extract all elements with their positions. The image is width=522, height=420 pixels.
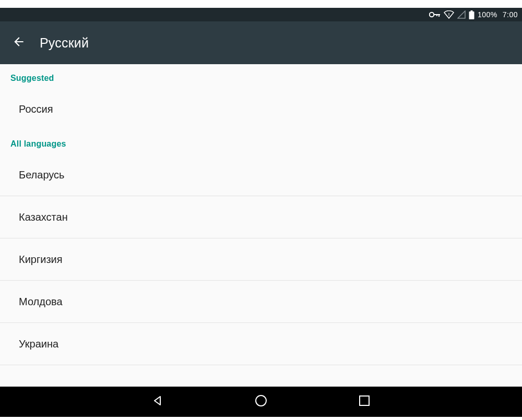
list-item-label: Молдова — [19, 296, 63, 308]
svg-rect-3 — [436, 14, 437, 16]
nav-back-button[interactable] — [145, 389, 170, 414]
list-item-suggested-0[interactable]: Россия — [0, 88, 522, 130]
bottom-margin — [0, 417, 522, 420]
battery-icon — [469, 10, 474, 19]
status-bar: ! 100% 7:00 — [0, 8, 522, 21]
list-item-all-2[interactable]: Киргизия — [0, 238, 522, 280]
nav-recent-button[interactable] — [352, 389, 377, 414]
list-item-label: Беларусь — [19, 169, 64, 181]
list-item-all-4[interactable]: Украина — [0, 323, 522, 365]
back-button[interactable] — [4, 28, 33, 57]
square-recent-icon — [359, 395, 370, 409]
section-all: All languages — [0, 130, 522, 154]
nav-home-button[interactable] — [248, 389, 274, 414]
list-item-all-1[interactable]: Казахстан — [0, 196, 522, 238]
list-item-label: Киргизия — [19, 254, 63, 266]
top-margin — [0, 0, 522, 8]
cellular-signal-icon — [457, 10, 466, 19]
svg-rect-7 — [469, 11, 474, 19]
vpn-key-icon — [429, 11, 441, 18]
app-bar: Русский — [0, 21, 522, 64]
svg-point-0 — [430, 13, 434, 17]
navigation-bar — [0, 387, 522, 417]
list-item-all-0[interactable]: Беларусь — [0, 154, 522, 196]
wifi-icon: ! — [444, 10, 454, 19]
svg-rect-6 — [470, 10, 472, 11]
arrow-back-icon — [12, 35, 26, 51]
triangle-back-icon — [151, 394, 164, 409]
section-suggested: Suggested — [0, 64, 522, 88]
list-item-all-3[interactable]: Молдова — [0, 281, 522, 322]
divider — [0, 365, 522, 365]
svg-text:!: ! — [448, 12, 450, 17]
page-title: Русский — [40, 35, 89, 51]
status-time: 7:00 — [503, 10, 518, 19]
svg-rect-2 — [438, 14, 440, 17]
svg-point-8 — [256, 395, 266, 406]
circle-home-icon — [254, 394, 268, 410]
list-item-label: Россия — [19, 103, 53, 115]
content-scroll[interactable]: Suggested Россия All languages Беларусь … — [0, 64, 522, 387]
list-item-label: Украина — [19, 338, 58, 350]
svg-rect-9 — [360, 396, 369, 405]
battery-percent: 100% — [478, 10, 497, 19]
list-item-label: Казахстан — [19, 211, 68, 223]
